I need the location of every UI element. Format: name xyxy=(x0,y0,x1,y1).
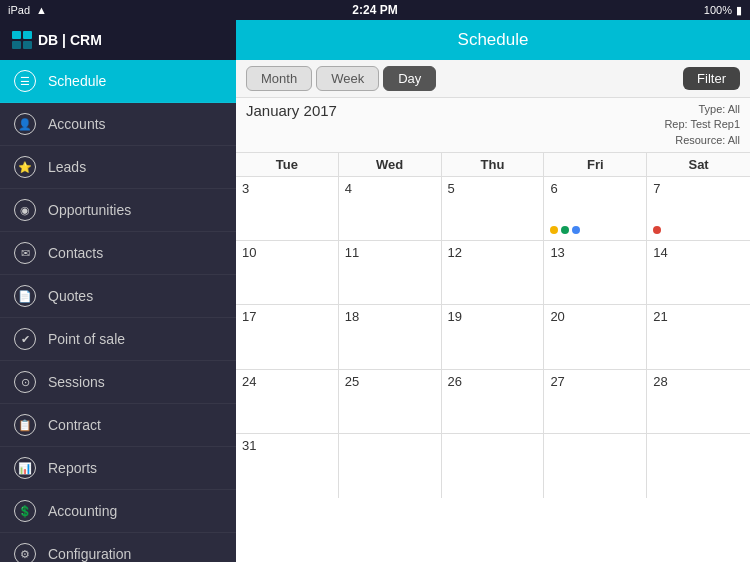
table-row[interactable]: 7 xyxy=(647,177,750,240)
sidebar-item-configuration[interactable]: ⚙Configuration xyxy=(0,533,236,562)
table-row[interactable]: 31 xyxy=(236,434,339,498)
cal-day-number: 21 xyxy=(653,309,667,324)
table-row[interactable] xyxy=(339,434,442,498)
wifi-icon: ▲ xyxy=(36,4,47,16)
table-row[interactable]: 12 xyxy=(442,241,545,304)
sidebar-item-reports[interactable]: 📊Reports xyxy=(0,447,236,490)
calendar-meta: Type: All Rep: Test Rep1 Resource: All xyxy=(664,102,740,148)
sidebar-label-configuration: Configuration xyxy=(48,546,131,562)
cal-header-fri: Fri xyxy=(544,153,647,176)
status-bar-left: iPad ▲ xyxy=(8,4,47,16)
table-row[interactable]: 18 xyxy=(339,305,442,368)
cal-day-number: 3 xyxy=(242,181,249,196)
sidebar-item-schedule[interactable]: ☰Schedule xyxy=(0,60,236,103)
app-container: DB | CRM ☰Schedule👤Accounts⭐Leads◉Opport… xyxy=(0,20,750,562)
battery-icon: ▮ xyxy=(736,4,742,17)
table-row[interactable]: 26 xyxy=(442,370,545,433)
calendar-month: January 2017 xyxy=(246,102,337,119)
sidebar-label-contract: Contract xyxy=(48,417,101,433)
battery-label: 100% xyxy=(704,4,732,16)
table-row[interactable]: 28 xyxy=(647,370,750,433)
svg-rect-3 xyxy=(23,41,32,49)
app-logo: DB | CRM xyxy=(12,31,102,49)
sidebar-label-reports: Reports xyxy=(48,460,97,476)
cal-day-number: 18 xyxy=(345,309,359,324)
filter-button[interactable]: Filter xyxy=(683,67,740,90)
cal-day-number: 17 xyxy=(242,309,256,324)
sidebar-item-contract[interactable]: 📋Contract xyxy=(0,404,236,447)
calendar-body: 3456710111213141718192021242526272831 xyxy=(236,177,750,562)
schedule-icon: ☰ xyxy=(14,70,36,92)
table-row[interactable]: 6 xyxy=(544,177,647,240)
status-time: 2:24 PM xyxy=(352,3,397,17)
cal-day-number: 6 xyxy=(550,181,557,196)
cal-header-wed: Wed xyxy=(339,153,442,176)
cal-week-3: 2425262728 xyxy=(236,370,750,434)
table-row[interactable] xyxy=(544,434,647,498)
cal-day-number: 28 xyxy=(653,374,667,389)
sidebar-label-contacts: Contacts xyxy=(48,245,103,261)
cal-day-number: 5 xyxy=(448,181,455,196)
table-row[interactable]: 14 xyxy=(647,241,750,304)
svg-rect-2 xyxy=(12,41,21,49)
status-bar: iPad ▲ 2:24 PM 100% ▮ xyxy=(0,0,750,20)
table-row[interactable]: 21 xyxy=(647,305,750,368)
sidebar-item-leads[interactable]: ⭐Leads xyxy=(0,146,236,189)
point-of-sale-icon: ✔ xyxy=(14,328,36,350)
table-row[interactable]: 24 xyxy=(236,370,339,433)
cal-day-number: 14 xyxy=(653,245,667,260)
sidebar-label-point-of-sale: Point of sale xyxy=(48,331,125,347)
cal-dot xyxy=(550,226,558,234)
table-row[interactable]: 4 xyxy=(339,177,442,240)
cal-week-1: 1011121314 xyxy=(236,241,750,305)
cal-day-number: 4 xyxy=(345,181,352,196)
type-label: Type: All xyxy=(664,102,740,117)
cal-day-number: 7 xyxy=(653,181,660,196)
sidebar-label-accounting: Accounting xyxy=(48,503,117,519)
cal-week-2: 1718192021 xyxy=(236,305,750,369)
sidebar-label-leads: Leads xyxy=(48,159,86,175)
svg-rect-0 xyxy=(12,31,21,39)
table-row[interactable]: 3 xyxy=(236,177,339,240)
cal-header-thu: Thu xyxy=(442,153,545,176)
sidebar-item-contacts[interactable]: ✉Contacts xyxy=(0,232,236,275)
resource-label: Resource: All xyxy=(664,133,740,148)
sidebar-item-sessions[interactable]: ⊙Sessions xyxy=(0,361,236,404)
table-row[interactable]: 20 xyxy=(544,305,647,368)
table-row[interactable] xyxy=(647,434,750,498)
calendar: TueWedThuFriSat 345671011121314171819202… xyxy=(236,153,750,562)
configuration-icon: ⚙ xyxy=(14,543,36,562)
cal-day-number: 24 xyxy=(242,374,256,389)
cal-dots-row xyxy=(550,226,580,234)
tab-month[interactable]: Month xyxy=(246,66,312,91)
sidebar-item-accounts[interactable]: 👤Accounts xyxy=(0,103,236,146)
cal-dot xyxy=(561,226,569,234)
status-bar-right: 100% ▮ xyxy=(704,4,742,17)
sidebar-item-accounting[interactable]: 💲Accounting xyxy=(0,490,236,533)
table-row[interactable] xyxy=(442,434,545,498)
table-row[interactable]: 5 xyxy=(442,177,545,240)
reports-icon: 📊 xyxy=(14,457,36,479)
cal-week-0: 34567 xyxy=(236,177,750,241)
table-row[interactable]: 10 xyxy=(236,241,339,304)
sidebar-item-opportunities[interactable]: ◉Opportunities xyxy=(0,189,236,232)
cal-day-number: 31 xyxy=(242,438,256,453)
cal-day-number: 26 xyxy=(448,374,462,389)
view-controls: MonthWeekDayFilter xyxy=(236,60,750,98)
table-row[interactable]: 25 xyxy=(339,370,442,433)
table-row[interactable]: 27 xyxy=(544,370,647,433)
table-row[interactable]: 19 xyxy=(442,305,545,368)
sidebar-item-quotes[interactable]: 📄Quotes xyxy=(0,275,236,318)
tab-day[interactable]: Day xyxy=(383,66,436,91)
contract-icon: 📋 xyxy=(14,414,36,436)
cal-day-number: 19 xyxy=(448,309,462,324)
sidebar-item-point-of-sale[interactable]: ✔Point of sale xyxy=(0,318,236,361)
accounting-icon: 💲 xyxy=(14,500,36,522)
cal-dot xyxy=(572,226,580,234)
table-row[interactable]: 11 xyxy=(339,241,442,304)
main-content: Schedule MonthWeekDayFilter January 2017… xyxy=(236,20,750,562)
contacts-icon: ✉ xyxy=(14,242,36,264)
table-row[interactable]: 17 xyxy=(236,305,339,368)
table-row[interactable]: 13 xyxy=(544,241,647,304)
tab-week[interactable]: Week xyxy=(316,66,379,91)
